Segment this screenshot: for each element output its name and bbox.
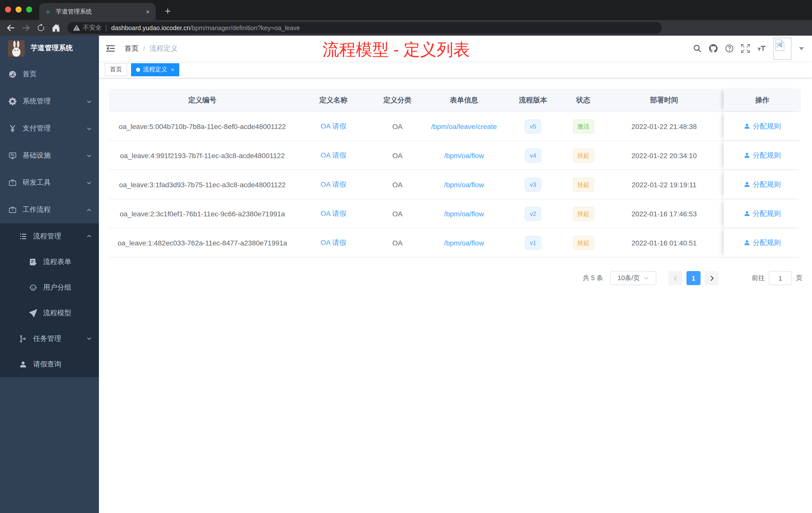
sidebar-item-label: 流程模型 [43,308,71,318]
github-icon[interactable] [709,44,718,53]
sidebar-item-payment[interactable]: 支付管理 [0,115,99,142]
font-size-icon[interactable] [757,44,766,53]
column-header: 状态 [562,96,605,105]
help-question-icon[interactable] [725,44,734,53]
version-badge: v3 [525,177,541,191]
form-info-link[interactable]: /bpm/oa/flow [424,210,504,218]
page-jumper: 前往 页 [752,271,803,285]
window-zoom-button[interactable] [26,6,32,12]
forward-icon[interactable] [22,24,30,32]
definition-category: OA [371,210,424,218]
sidebar-item-infrastructure[interactable]: 基础设施 [0,142,99,169]
sidebar-item-system[interactable]: 系统管理 [0,88,99,115]
tab-title: 芋道管理系统 [56,7,145,16]
sidebar-item-user-group[interactable]: 用户分组 [0,275,99,300]
next-page-button[interactable] [704,271,719,285]
sidebar-item-label: 流程管理 [33,232,61,241]
sidebar-item-label: 请假查询 [33,360,61,369]
page-size-select[interactable]: 10条/页 [610,271,656,285]
definition-name-link[interactable]: OA 请假 [296,209,371,218]
pagination: 共 5 条 10条/页 1 前往 页 [109,271,803,285]
definition-id: oa_leave:1:482ec033-762a-11ec-8477-a2380… [109,239,296,247]
sidebar-item-leave-query[interactable]: 请假查询 [0,351,99,377]
sidebar-item-process-form[interactable]: 流程表单 [0,249,99,275]
face-group-icon [29,283,37,292]
sidebar-item-process-model[interactable]: 流程模型 [0,300,99,326]
deploy-time: 2022-01-16 17:46:53 [605,210,724,218]
top-navbar: 首页 / 流程定义 流程模型 - 定义列表 [99,36,812,61]
version-badge: v1 [525,236,541,250]
form-info-link[interactable]: /bpm/oa/flow [424,151,504,159]
new-tab-button[interactable]: + [161,4,175,18]
sidebar-collapse-hamburger-icon[interactable] [106,44,115,53]
definition-name-link[interactable]: OA 请假 [296,151,371,160]
status-badge: 激活 [573,119,594,133]
chevron-down-icon [86,336,92,341]
table-row: oa_leave:5:004b710b-7b8a-11ec-8ef0-acde4… [109,112,801,141]
paper-plane-icon [29,309,37,317]
back-icon[interactable] [6,24,15,32]
tag-process-definition[interactable]: 流程定义 × [131,63,179,76]
form-info-link[interactable]: /bpm/oa/flow [424,239,504,247]
assign-rule-button[interactable]: 分配规则 [724,199,801,228]
definition-id: oa_leave:2:3c1f0ef1-76b1-11ec-9c66-a2380… [109,210,296,218]
sidebar-item-label: 支付管理 [23,124,51,133]
breadcrumb-separator: / [143,44,145,53]
sidebar-item-label: 用户分组 [43,283,71,292]
page-number-current[interactable]: 1 [687,271,700,285]
definition-id: oa_leave:5:004b710b-7b8a-11ec-8ef0-acde4… [109,122,296,130]
user-avatar-broken-image[interactable] [773,37,791,59]
sidebar-item-home[interactable]: 首页 [0,61,99,88]
assign-rule-button[interactable]: 分配规则 [724,229,801,257]
sidebar-item-task-management[interactable]: 任务管理 [0,326,99,351]
assign-rule-button[interactable]: 分配规则 [724,112,801,141]
avatar-dropdown-caret-icon[interactable] [799,47,804,50]
address-bar[interactable]: 不安全 dashboard.yudao.iocoder.cn/bpm/manag… [67,22,662,34]
app-logo-row: 芋道管理系统 [0,36,99,61]
goto-page-input[interactable] [769,271,792,285]
tag-home[interactable]: 首页 [105,63,127,76]
search-icon[interactable] [693,44,701,53]
assign-rule-label: 分配规则 [753,209,781,218]
browser-tab[interactable]: 芋道管理系统 × [39,3,156,20]
column-header-operations: 操作 [724,89,801,112]
status-badge: 挂起 [573,207,594,221]
definition-name-link[interactable]: OA 请假 [296,180,371,189]
document-edit-icon [29,258,37,266]
column-header: 表单信息 [424,96,504,105]
prev-page-button[interactable] [668,271,683,285]
window-close-button[interactable] [5,6,11,12]
tags-view-bar: 首页 流程定义 × [99,61,812,78]
definition-category: OA [371,151,424,159]
page-size-value: 10条/页 [618,274,640,282]
deploy-time: 2022-01-22 19:19:11 [605,180,724,188]
window-minimize-button[interactable] [16,6,22,12]
assign-rule-button[interactable]: 分配规则 [724,141,801,170]
definition-name-link[interactable]: OA 请假 [296,122,371,131]
status-badge: 挂起 [573,236,594,250]
sidebar-item-workflow[interactable]: 工作流程 [0,196,99,223]
sidebar-item-label: 任务管理 [33,334,61,343]
url-path: /bpm/manager/definition?key=oa_leave [190,24,300,31]
not-secure-label: 不安全 [83,24,102,32]
url-divider [106,24,106,31]
column-header: 定义编号 [109,96,296,105]
definition-name-link[interactable]: OA 请假 [296,238,371,247]
tag-close-icon[interactable]: × [171,66,174,73]
form-info-link[interactable]: /bpm/oa/flow [424,180,504,188]
sidebar-item-process-management[interactable]: 流程管理 [0,223,99,249]
table-header-row: 定义编号 定义名称 定义分类 表单信息 流程版本 状态 部署时间 操作 [109,89,801,112]
reload-icon[interactable] [37,24,45,32]
home-icon[interactable] [52,24,60,32]
form-info-link[interactable]: /bpm/oa/leave/create [424,122,504,130]
fullscreen-icon[interactable] [741,44,750,53]
deploy-time: 2022-01-16 01:40:51 [605,239,724,247]
table-row: oa_leave:2:3c1f0ef1-76b1-11ec-9c66-a2380… [109,199,801,229]
assign-rule-button[interactable]: 分配规则 [724,170,801,199]
sidebar-item-dev-tools[interactable]: 研发工具 [0,169,99,196]
version-badge: v5 [525,119,541,133]
version-badge: v4 [525,148,541,162]
tab-close-icon[interactable]: × [145,8,151,15]
column-header: 定义名称 [296,96,371,105]
breadcrumb-home-link[interactable]: 首页 [124,44,139,53]
